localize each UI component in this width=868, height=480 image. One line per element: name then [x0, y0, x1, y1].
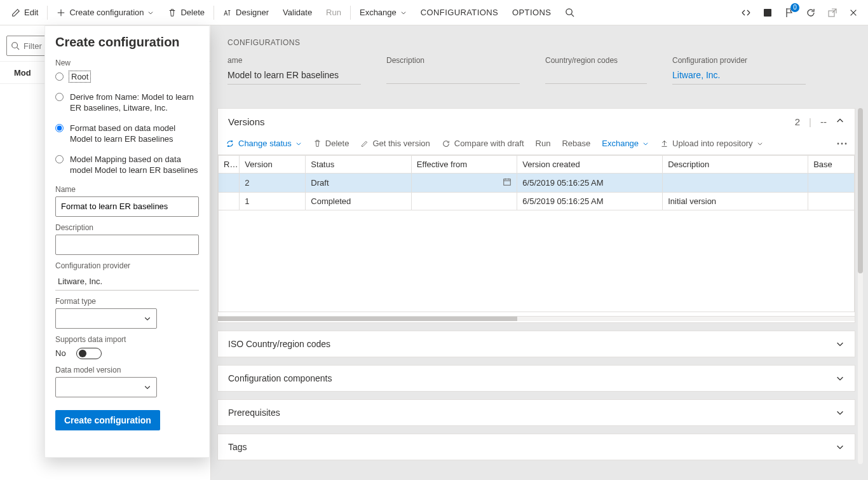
table-cell[interactable]: Completed — [306, 193, 411, 210]
notification-badge: 0 — [790, 3, 799, 12]
format-type-select[interactable] — [55, 308, 157, 329]
popout-button[interactable] — [827, 8, 837, 18]
table-cell[interactable] — [663, 174, 808, 193]
table-row[interactable]: 2Draft6/5/2019 05:16:25 AM — [219, 174, 855, 193]
main-pane: CONFIGURATIONS ame Model to learn ER bas… — [211, 25, 868, 480]
validate-button[interactable]: Validate — [276, 0, 318, 25]
accordion-header[interactable]: Configuration components — [218, 366, 855, 391]
name-field[interactable] — [55, 196, 199, 217]
calendar-icon[interactable] — [503, 177, 512, 188]
chevron-up-icon — [836, 116, 844, 125]
refresh-button[interactable] — [806, 8, 816, 18]
edit-button[interactable]: Edit — [5, 0, 44, 25]
table-cell[interactable]: 6/5/2019 05:16:25 AM — [517, 193, 663, 210]
table-cell[interactable]: Initial version — [663, 193, 808, 210]
header-description-value — [386, 70, 520, 84]
grid-column-header[interactable]: Base — [808, 156, 855, 174]
svg-point-6 — [845, 142, 847, 144]
table-cell[interactable]: 2 — [240, 174, 306, 193]
versions-count: 2 — [795, 116, 800, 127]
search-icon — [11, 41, 20, 50]
description-field[interactable] — [55, 235, 199, 255]
accordion-header[interactable]: Prerequisites — [218, 400, 855, 425]
versions-dash: -- — [820, 116, 827, 127]
table-cell[interactable]: 1 — [240, 193, 306, 210]
svg-point-4 — [837, 142, 839, 144]
data-model-version-select[interactable] — [55, 377, 157, 397]
chevron-down-icon — [144, 383, 151, 391]
breadcrumb: CONFIGURATIONS — [227, 38, 851, 47]
radio-format[interactable]: Format based on data model Model to lear… — [55, 123, 199, 145]
supports-import-label: Supports data import — [55, 335, 199, 344]
format-type-label: Format type — [55, 297, 199, 306]
grid-column-header[interactable]: Effective from — [411, 156, 517, 174]
table-cell[interactable]: Draft — [306, 174, 411, 193]
svg-point-0 — [566, 9, 572, 15]
compare-draft-button[interactable]: Compare with draft — [442, 139, 524, 148]
rebase-button[interactable]: Rebase — [562, 139, 590, 148]
create-configuration-button[interactable]: Create configuration — [50, 0, 160, 25]
header-provider-value[interactable]: Litware, Inc. — [672, 70, 806, 85]
designer-button[interactable]: Designer — [217, 0, 275, 25]
supports-import-toggle[interactable] — [76, 348, 102, 359]
grid-column-header[interactable]: Description — [663, 156, 808, 174]
radio-root[interactable]: Root — [55, 71, 199, 83]
search-button[interactable] — [559, 0, 581, 25]
radio-mapping[interactable]: Model Mapping based on data model Model … — [55, 154, 199, 176]
notifications-button[interactable]: 0 — [784, 7, 794, 18]
table-cell[interactable] — [219, 174, 240, 193]
grid-column-header[interactable]: Version — [240, 156, 306, 174]
versions-collapse-button[interactable] — [836, 116, 844, 127]
accordion-header[interactable]: ISO Country/region codes — [218, 331, 855, 357]
tree-root-label: Mod — [14, 68, 31, 78]
header-provider-label: Configuration provider — [672, 56, 806, 65]
table-cell[interactable] — [219, 193, 240, 210]
radio-mapping-label: Model Mapping based on data model Model … — [70, 154, 199, 176]
svg-point-5 — [841, 142, 843, 144]
get-version-button[interactable]: Get this version — [360, 139, 430, 148]
change-status-button[interactable]: Change status — [226, 139, 302, 148]
versions-more-button[interactable] — [837, 142, 847, 145]
table-cell[interactable]: 6/5/2019 05:16:25 AM — [517, 174, 663, 193]
versions-toolbar: Change status Delete Get this version Co… — [218, 135, 855, 154]
versions-run-button[interactable]: Run — [536, 139, 551, 148]
accordion-card: ISO Country/region codes — [217, 331, 855, 357]
table-row[interactable]: 1Completed6/5/2019 05:16:25 AMInitial ve… — [219, 193, 855, 210]
connector-icon[interactable] — [741, 8, 751, 18]
accordion-header[interactable]: Tags — [218, 434, 855, 460]
configurations-tab[interactable]: CONFIGURATIONS — [414, 0, 505, 25]
chevron-down-icon — [144, 315, 151, 322]
table-cell[interactable] — [411, 174, 517, 193]
create-configuration-submit[interactable]: Create configuration — [55, 410, 160, 430]
trash-icon — [168, 8, 177, 17]
grid-column-header[interactable]: Version created — [517, 156, 663, 174]
edit-icon — [360, 139, 369, 147]
table-cell[interactable] — [808, 174, 855, 193]
table-cell[interactable] — [808, 193, 855, 210]
radio-root-label: Root — [70, 72, 90, 81]
close-button[interactable] — [849, 8, 858, 17]
toolbar-separator — [350, 6, 351, 20]
upload-repo-button[interactable]: Upload into repository — [660, 139, 763, 148]
configurations-label: CONFIGURATIONS — [421, 8, 498, 17]
grid-column-header[interactable]: R... — [219, 156, 240, 174]
grid-column-header[interactable]: Status — [306, 156, 411, 174]
versions-exchange-menu[interactable]: Exchange — [602, 139, 649, 148]
office-icon[interactable] — [763, 8, 773, 18]
validate-label: Validate — [283, 8, 312, 17]
delete-button[interactable]: Delete — [161, 0, 211, 25]
page-v-scrollbar[interactable] — [858, 108, 863, 464]
options-tab[interactable]: OPTIONS — [506, 0, 557, 25]
accordion-title: Configuration components — [228, 373, 332, 383]
table-cell[interactable] — [411, 193, 517, 210]
exchange-menu[interactable]: Exchange — [353, 0, 413, 25]
radio-derive[interactable]: Derive from Name: Model to learn ER base… — [55, 92, 199, 114]
upload-icon — [660, 139, 668, 147]
chevron-down-icon — [147, 10, 154, 16]
versions-delete-button[interactable]: Delete — [313, 139, 349, 148]
accordion-card: Prerequisites — [217, 399, 855, 426]
designer-label: Designer — [236, 8, 269, 17]
search-icon — [565, 8, 574, 17]
accordion-title: Tags — [228, 442, 247, 452]
grid-h-scrollbar[interactable] — [218, 316, 855, 321]
